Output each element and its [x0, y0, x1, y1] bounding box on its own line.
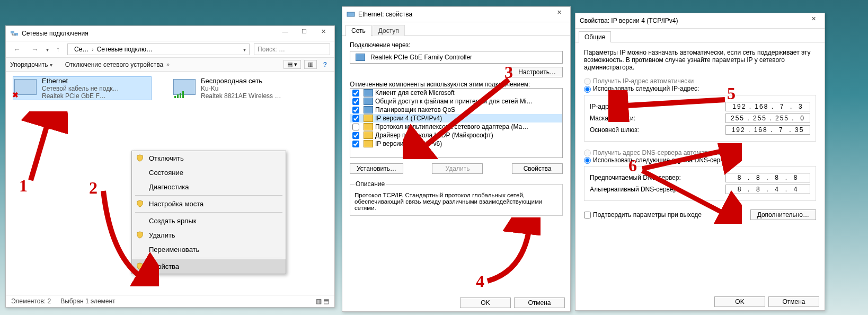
nav-forward[interactable]: → — [28, 45, 42, 54]
separator — [135, 258, 282, 258]
toolbar-disable-device[interactable]: Отключение сетевого устройства — [65, 61, 163, 68]
status-bar: Элементов: 2 Выбран 1 элемент ▥ ▤ — [6, 295, 334, 307]
ipv4-properties-window: Свойства: IP версии 4 (TCP/IPv4) ✕ Общие… — [575, 13, 825, 311]
tab-general[interactable]: Общие — [579, 31, 611, 42]
list-item[interactable]: Планировщик пакетов QoS — [350, 106, 562, 114]
gateway-label: Основной шлюз: — [590, 126, 639, 134]
cancel-button[interactable]: Отмена — [514, 298, 565, 308]
ctx-status[interactable]: Состояние — [132, 165, 286, 180]
ctx-diagnose[interactable]: Диагностика — [132, 180, 286, 194]
item-checkbox[interactable] — [352, 124, 359, 130]
dns1-input[interactable] — [725, 173, 810, 182]
ip-label: IP-адрес: — [590, 103, 617, 110]
radio-manual-dns[interactable]: Использовать следующие адреса DNS-сервер… — [584, 156, 739, 164]
item-label: Протокол мультиплексора сетевого адаптер… — [375, 123, 528, 130]
advanced-button[interactable]: Дополнительно… — [750, 209, 816, 220]
svg-rect-0 — [11, 31, 14, 33]
ctx-disable[interactable]: Отключить — [132, 151, 286, 165]
ctx-rename[interactable]: Переименовать — [132, 242, 286, 257]
view-icons-button[interactable]: ▤ ▾ — [284, 60, 301, 69]
protocol-icon — [364, 140, 373, 147]
dns1-label: Предпочитаемый DNS-сервер: — [590, 174, 681, 181]
properties-button[interactable]: Свойства — [512, 163, 563, 174]
search-input[interactable]: Поиск: … — [254, 43, 330, 55]
item-checkbox[interactable] — [352, 98, 359, 105]
crumb-item[interactable]: Се… — [74, 46, 88, 53]
item-checkbox[interactable] — [352, 141, 359, 147]
adapter-status: Ku-Ku — [201, 85, 281, 92]
adapter-name: Ethernet — [42, 77, 119, 85]
tab-network[interactable]: Сеть — [346, 25, 371, 36]
crumb-dropdown[interactable]: ▾ — [243, 47, 246, 52]
ctx-shortcut[interactable]: Создать ярлык — [132, 214, 286, 228]
list-item[interactable]: IP версии 6 (TCP/IPv6) — [350, 139, 562, 148]
tab-row: Сеть Доступ — [342, 22, 570, 36]
minimize-button[interactable]: — — [276, 28, 294, 39]
nic-icon — [356, 54, 365, 61]
toolbar-more[interactable]: » — [166, 62, 170, 67]
ctx-delete[interactable]: Удалить — [132, 228, 286, 242]
remove-button[interactable]: Удалить — [432, 163, 483, 174]
dialog-buttons: OK Отмена — [460, 298, 565, 308]
adapter-status: Сетевой кабель не подк… — [42, 85, 119, 92]
close-button[interactable]: ✕ — [550, 9, 568, 20]
shield-icon — [136, 154, 144, 162]
adapter-wifi[interactable]: Беспроводная сеть Ku-Ku Realtek 8821AE W… — [172, 77, 310, 100]
tab-row: Общие — [575, 29, 825, 42]
ip-input[interactable] — [725, 102, 810, 111]
item-checkbox[interactable] — [352, 107, 359, 113]
shield-icon — [136, 262, 144, 270]
window-title: Свойства: IP версии 4 (TCP/IPv4) — [580, 17, 803, 24]
adapter-driver: Realtek 8821AE Wireless … — [201, 92, 281, 100]
close-button[interactable]: ✕ — [804, 15, 822, 26]
ctx-properties[interactable]: Свойства — [132, 259, 286, 274]
list-item[interactable]: Протокол мультиплексора сетевого адаптер… — [350, 122, 562, 131]
mask-input[interactable] — [725, 113, 810, 123]
validate-checkbox[interactable]: Подтвердить параметры при выходе — [584, 211, 702, 218]
list-item[interactable]: Драйвер протокола LLDP (Майкрософт) — [350, 131, 562, 139]
maximize-button[interactable]: ☐ — [295, 28, 313, 39]
gateway-input[interactable] — [725, 125, 810, 135]
radio-auto-dns: Получить адрес DNS-сервера автоматически — [584, 149, 727, 156]
help-button[interactable]: ? — [320, 61, 330, 68]
ok-button[interactable]: OK — [460, 298, 511, 308]
shield-icon — [136, 200, 144, 207]
ok-button[interactable]: OK — [714, 296, 765, 307]
view-toggle-icon[interactable]: ▥ ▤ — [316, 298, 329, 305]
mask-label: Маска подсети: — [590, 115, 635, 122]
list-item[interactable]: Клиент для сетей Microsoft — [350, 89, 562, 97]
nav-history[interactable]: ▾ — [46, 47, 49, 52]
item-label: IP версии 6 (TCP/IPv6) — [375, 140, 442, 147]
dns2-input[interactable] — [725, 185, 810, 194]
item-checkbox[interactable] — [352, 132, 359, 139]
crumb-item[interactable]: Сетевые подклю… — [97, 46, 153, 53]
svg-rect-3 — [347, 12, 355, 16]
list-item-ipv4[interactable]: IP версии 4 (TCP/IPv4) — [350, 114, 562, 122]
components-list[interactable]: Клиент для сетей Microsoft Общий доступ … — [350, 88, 563, 158]
cancel-button[interactable]: Отмена — [768, 296, 819, 307]
configure-button[interactable]: Настроить… — [511, 67, 563, 77]
toolbar-organize[interactable]: Упорядочить ▾ — [10, 61, 52, 68]
radio-auto-ip[interactable]: Получить IP-адрес автоматически — [584, 77, 694, 85]
address-bar: ← → ▾ ↑ Се… › Сетевые подклю… ▾ Поиск: … — [6, 41, 334, 58]
adapter-icon — [172, 77, 196, 98]
view-details-button[interactable]: ▥ — [304, 60, 317, 69]
dialog-buttons: OK Отмена — [714, 296, 819, 307]
tab-access[interactable]: Доступ — [373, 25, 405, 36]
ctx-bridge[interactable]: Настройка моста — [132, 197, 286, 211]
nav-up[interactable]: ↑ — [53, 45, 63, 54]
adapter-ethernet[interactable]: ✖ Ethernet Сетевой кабель не подк… Realt… — [13, 77, 151, 100]
description-text: Протокол TCP/IP. Стандартный протокол гл… — [355, 192, 558, 211]
nav-back[interactable]: ← — [10, 45, 24, 54]
close-button[interactable]: ✕ — [314, 28, 332, 39]
item-checkbox[interactable] — [352, 115, 359, 122]
disconnected-icon: ✖ — [12, 91, 19, 99]
signal-icon — [174, 91, 184, 98]
radio-manual-ip[interactable]: Использовать следующий IP-адрес: — [584, 85, 699, 92]
ethernet-properties-window: Ethernet: свойства ✕ Сеть Доступ Подключ… — [342, 6, 571, 312]
list-item[interactable]: Общий доступ к файлам и принтерам для се… — [350, 97, 562, 106]
install-button[interactable]: Установить… — [350, 163, 403, 174]
breadcrumb[interactable]: Се… › Сетевые подклю… ▾ — [67, 43, 250, 55]
nic-name: Realtek PCIe GbE Family Controller — [370, 54, 472, 61]
item-checkbox[interactable] — [352, 90, 359, 97]
